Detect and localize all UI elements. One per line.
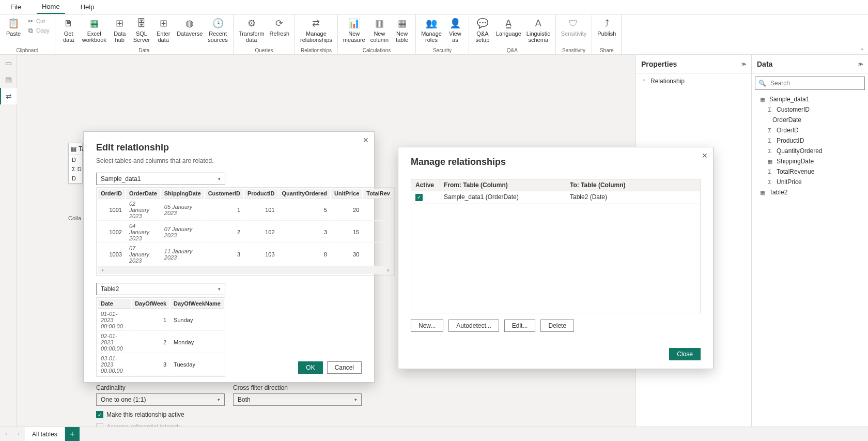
paste-button[interactable]: 📋 Paste bbox=[3, 16, 24, 37]
data-pane: Data ≫ 🔍 ▦Sample_data1 ΣCustomerID Order… bbox=[751, 55, 868, 427]
properties-title: Properties bbox=[641, 60, 677, 68]
search-input[interactable] bbox=[769, 79, 861, 87]
autodetect-button[interactable]: Autodetect... bbox=[448, 320, 499, 332]
manage-roles-button[interactable]: 👥Manage roles bbox=[419, 16, 444, 43]
manage-relationships-button[interactable]: ⇄Manage relationships bbox=[298, 16, 334, 43]
queries-group-label: Queries bbox=[255, 47, 273, 54]
new-measure-button[interactable]: 📊New measure bbox=[341, 16, 367, 43]
chevron-down-icon: ▾ bbox=[354, 397, 357, 402]
get-data-button[interactable]: 🗎Get data bbox=[58, 16, 79, 43]
field-customerid[interactable]: ΣCustomerID bbox=[752, 104, 868, 115]
measure-icon: 📊 bbox=[348, 17, 360, 29]
ribbon-collapse-button[interactable]: ⌃ bbox=[860, 48, 864, 53]
field-orderid[interactable]: ΣOrderID bbox=[752, 125, 868, 135]
cut-button[interactable]: ✂Cut bbox=[25, 17, 52, 26]
model-view-button[interactable]: ⇄ bbox=[0, 88, 17, 104]
qa-group-label: Q&A bbox=[507, 47, 518, 54]
new-relationship-button[interactable]: New... bbox=[411, 320, 443, 332]
table-sample-data1[interactable]: ▦Sample_data1 bbox=[752, 94, 868, 104]
edit-dialog-subtitle: Select tables and columns that are relat… bbox=[96, 157, 362, 164]
make-active-checkbox[interactable]: ✓ Make this relationship active bbox=[96, 411, 362, 418]
tab-bar: ‹ › All tables + bbox=[0, 427, 868, 441]
field-quantityordered[interactable]: ΣQuantityOrdered bbox=[752, 146, 868, 156]
menu-file[interactable]: File bbox=[5, 0, 26, 14]
sensitivity-group-label: Sensitivity bbox=[562, 47, 585, 54]
search-box[interactable]: 🔍 bbox=[755, 77, 865, 90]
col-from: From: Table (Column) bbox=[444, 181, 570, 189]
table-card-icon: ▦ bbox=[71, 145, 76, 153]
schema-icon: A bbox=[532, 17, 545, 29]
language-button[interactable]: A̲Language bbox=[494, 16, 523, 37]
data-pane-collapse-icon[interactable]: ≫ bbox=[858, 62, 863, 67]
cardinality-label: Cardinality bbox=[96, 384, 225, 391]
close-button[interactable]: Close bbox=[669, 348, 701, 360]
field-totalrevenue[interactable]: ΣTotalRevenue bbox=[752, 166, 868, 177]
close-icon[interactable]: ✕ bbox=[702, 151, 708, 160]
relationship-section-label: Relationship bbox=[650, 78, 685, 85]
relationship-section[interactable]: ⌃ Relationship bbox=[636, 73, 751, 89]
close-icon[interactable]: ✕ bbox=[363, 136, 369, 144]
menu-home[interactable]: Home bbox=[37, 0, 65, 14]
relationships-group-label: Relationships bbox=[301, 47, 332, 54]
table-icon: ▦ bbox=[759, 96, 766, 103]
crossfilter-select[interactable]: Both▾ bbox=[233, 393, 362, 406]
calculations-group-label: Calculations bbox=[363, 47, 391, 54]
field-unitprice[interactable]: ΣUnitPrice bbox=[752, 177, 868, 187]
enter-data-icon: ⊞ bbox=[157, 17, 169, 29]
sensitivity-button[interactable]: 🛡Sensitivity bbox=[559, 16, 589, 37]
refresh-button[interactable]: ⟳Refresh bbox=[268, 16, 292, 37]
enter-data-button[interactable]: ⊞Enter data bbox=[153, 16, 174, 43]
add-tab-button[interactable]: + bbox=[65, 427, 80, 441]
tab-all-tables[interactable]: All tables bbox=[25, 427, 65, 441]
qa-setup-button[interactable]: 💬Q&A setup bbox=[472, 16, 493, 43]
new-table-button[interactable]: ▦New table bbox=[392, 16, 412, 43]
delete-relationship-button[interactable]: Delete bbox=[540, 320, 574, 332]
menu-help[interactable]: Help bbox=[75, 0, 100, 14]
cardinality-select[interactable]: One to one (1:1)▾ bbox=[96, 393, 225, 406]
properties-collapse-icon[interactable]: ≫ bbox=[741, 62, 746, 67]
transform-data-button[interactable]: ⚙Transform data bbox=[237, 16, 267, 43]
data-pane-title: Data bbox=[757, 60, 772, 68]
scroll-right-button[interactable]: › bbox=[383, 266, 393, 273]
table2-preview: Date DayOfWeek DayOfWeekName 01-01-2023 … bbox=[96, 297, 225, 377]
field-productid[interactable]: ΣProductID bbox=[752, 135, 868, 146]
menu-bar: File Home Help bbox=[0, 0, 868, 14]
table2-select[interactable]: Table2▾ bbox=[96, 283, 225, 295]
field-orderdate[interactable]: OrderDate bbox=[752, 115, 868, 125]
field-shippingdate[interactable]: ▦ShippingDate bbox=[752, 156, 868, 166]
recent-sources-button[interactable]: 🕓Recent sources bbox=[206, 16, 230, 43]
search-icon: 🔍 bbox=[758, 80, 766, 87]
sensitivity-icon: 🛡 bbox=[567, 17, 580, 29]
scroll-left-button[interactable]: ‹ bbox=[98, 266, 108, 273]
edit-relationship-button[interactable]: Edit... bbox=[504, 320, 536, 332]
cut-icon: ✂ bbox=[27, 18, 34, 25]
sigma-icon: Σ bbox=[766, 138, 773, 144]
publish-button[interactable]: ⤴Publish bbox=[595, 16, 618, 37]
tab-next-button[interactable]: › bbox=[12, 427, 25, 441]
table-table2[interactable]: ▦Table2 bbox=[752, 187, 868, 197]
transform-icon: ⚙ bbox=[245, 17, 258, 29]
table1-select[interactable]: Sample_data1▾ bbox=[96, 173, 225, 185]
col-active: Active bbox=[415, 181, 444, 189]
datahub-button[interactable]: ⊞Data hub bbox=[110, 16, 130, 43]
manage-relationships-dialog: ✕ Manage relationships Active From: Tabl… bbox=[398, 147, 714, 369]
sql-button[interactable]: 🗄SQL Server bbox=[131, 16, 152, 43]
view-bar: ▭ ▦ ⇄ bbox=[0, 55, 17, 427]
relationship-row[interactable]: ✓ Sample_data1 (OrderDate) Table2 (Date) bbox=[411, 191, 700, 204]
excel-button[interactable]: ▦Excel workbook bbox=[80, 16, 109, 43]
cancel-button[interactable]: Cancel bbox=[327, 361, 362, 374]
data-view-button[interactable]: ▦ bbox=[0, 71, 17, 88]
tab-prev-button[interactable]: ‹ bbox=[0, 427, 12, 441]
copy-button[interactable]: ⧉Copy bbox=[25, 26, 52, 35]
active-checkbox[interactable]: ✓ bbox=[415, 194, 423, 201]
chevron-down-icon: ▾ bbox=[218, 397, 220, 402]
dataverse-button[interactable]: ◍Dataverse bbox=[175, 16, 205, 37]
col-to: To: Table (Column) bbox=[570, 181, 696, 189]
linguistic-schema-button[interactable]: ALinguistic schema bbox=[524, 16, 552, 43]
ok-button[interactable]: OK bbox=[298, 361, 322, 374]
edit-dialog-title: Edit relationship bbox=[96, 142, 362, 153]
new-column-button[interactable]: ▥New column bbox=[368, 16, 391, 43]
manage-dialog-title: Manage relationships bbox=[411, 157, 701, 168]
report-view-button[interactable]: ▭ bbox=[0, 55, 17, 71]
view-as-button[interactable]: 👤View as bbox=[445, 16, 466, 43]
